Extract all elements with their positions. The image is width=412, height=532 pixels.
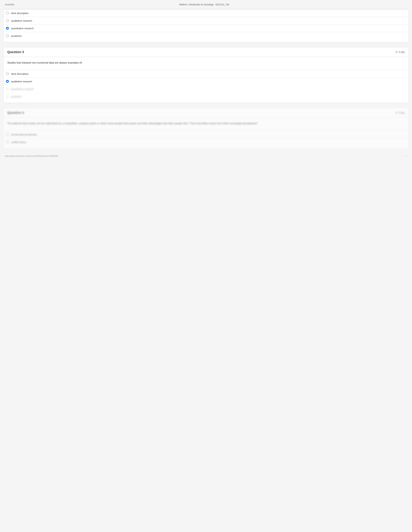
answer-option[interactable]: qualitative research [3, 77, 409, 85]
answer-label-blurred: positivism [11, 95, 22, 98]
answer-option-blurred: quantitative research [3, 85, 409, 93]
radio-button[interactable] [6, 72, 9, 75]
radio-button-selected[interactable] [6, 80, 9, 83]
answer-option[interactable]: positivism [3, 32, 409, 39]
page-date: 4/14/2020 [5, 3, 14, 6]
partial-question-card: thick description qualitative research q… [3, 9, 409, 42]
radio-button-selected[interactable] [6, 27, 9, 30]
answer-label: thick description [11, 12, 29, 15]
answer-option-blurred: functionalist perspective [3, 131, 409, 138]
question-4-points: 2 / 2 pts [395, 111, 405, 114]
answer-label: positivism [11, 35, 22, 37]
radio-button[interactable] [6, 19, 9, 22]
page-header: 4/14/2020 Midterm: Introduction to Socio… [3, 3, 409, 6]
footer-url: https://apps.instructure.com/courses/555… [5, 155, 58, 157]
answer-label-blurred: quantitative research [11, 88, 34, 90]
answer-option-blurred: conflict theory [3, 138, 409, 146]
radio-button [6, 141, 9, 143]
answer-option[interactable]: thick description [3, 70, 409, 77]
radio-button [6, 133, 9, 136]
page-footer: https://apps.instructure.com/courses/555… [3, 153, 409, 159]
radio-button[interactable] [6, 12, 9, 15]
question-3-text: Studies that interpret non-numerical dat… [7, 61, 405, 65]
question-4-text: The believes that society can be underst… [7, 122, 405, 125]
question-4-title: Question 4 [7, 111, 24, 114]
answer-label: quantitative research [11, 27, 34, 30]
question-3-card: Question 3 2 / 2 pts Studies that interp… [3, 47, 409, 103]
answer-label: qualitative research [11, 80, 32, 83]
answer-option[interactable]: thick description [3, 9, 409, 17]
partial-options: thick description qualitative research q… [3, 9, 409, 42]
page-title: Midterm: Introduction to Sociology - SOC… [179, 3, 229, 6]
question-3-title: Question 3 [7, 50, 24, 54]
footer-navigation: ←→ [403, 155, 407, 157]
question-3-body: Studies that interpret non-numerical dat… [3, 57, 409, 70]
question-3-header: Question 3 2 / 2 pts [3, 47, 409, 57]
answer-label: qualitative research [11, 19, 32, 22]
answer-option[interactable]: qualitative research [3, 17, 409, 24]
answer-option-blurred: positivism [3, 93, 409, 100]
answer-label-blurred: functionalist perspective [11, 133, 37, 136]
question-4-card: Question 4 2 / 2 pts The believes that s… [3, 108, 409, 149]
question-3-points: 2 / 2 pts [395, 51, 405, 54]
question-4-body: The believes that society can be underst… [3, 118, 409, 131]
answer-label-blurred: conflict theory [11, 141, 26, 143]
answer-option[interactable]: quantitative research [3, 24, 409, 32]
radio-button [6, 87, 9, 90]
radio-button[interactable] [6, 34, 9, 37]
radio-button [6, 95, 9, 98]
question-4-header: Question 4 2 / 2 pts [3, 108, 409, 118]
answer-label: thick description [11, 73, 29, 75]
